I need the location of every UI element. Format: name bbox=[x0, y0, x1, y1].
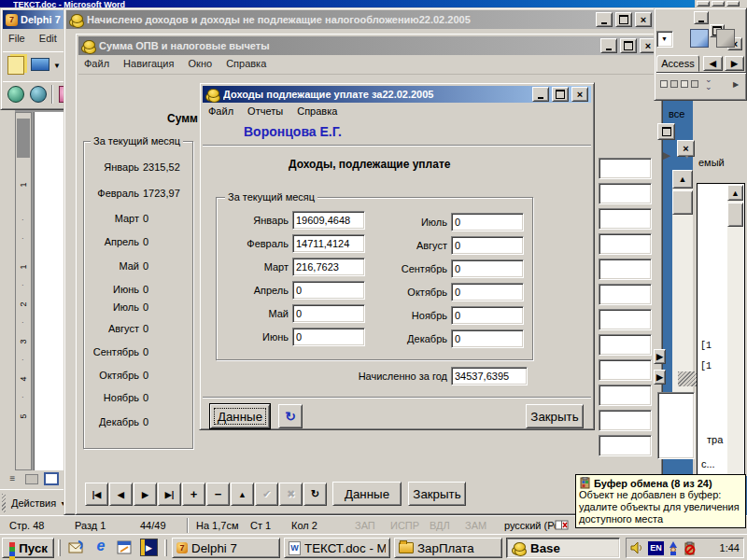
nav-insert-button[interactable]: + bbox=[182, 483, 205, 506]
outlook-icon[interactable] bbox=[116, 539, 134, 556]
maximize-button[interactable] bbox=[615, 12, 632, 27]
volume-icon[interactable] bbox=[630, 541, 644, 554]
summa-right-edit[interactable] bbox=[599, 334, 652, 356]
menu-file[interactable]: Файл bbox=[78, 56, 115, 71]
scroll-thumb[interactable] bbox=[727, 203, 743, 227]
minimize-button[interactable] bbox=[596, 12, 613, 27]
scroll-up-button[interactable]: ▲ bbox=[672, 170, 693, 189]
summa-right-edit[interactable] bbox=[599, 183, 652, 204]
small-right-icon[interactable]: ▶ bbox=[733, 80, 739, 89]
open-dropdown-icon[interactable]: ▼ bbox=[53, 62, 61, 70]
component-icon[interactable] bbox=[660, 80, 668, 88]
menu-reports[interactable]: Отчеты bbox=[242, 104, 289, 119]
play-icon[interactable]: ▶ bbox=[663, 149, 670, 161]
status-flag[interactable]: ВДЛ bbox=[430, 520, 450, 531]
browse-prev-button[interactable]: ▶ bbox=[654, 349, 666, 364]
nav-delete-button[interactable]: − bbox=[206, 483, 230, 506]
month-input[interactable] bbox=[292, 258, 365, 276]
dropdown-icon[interactable]: ▼ bbox=[684, 153, 690, 160]
chevrons-icon[interactable]: ⌄⌄ bbox=[705, 76, 712, 91]
nav-cancel-button[interactable]: ✖ bbox=[279, 483, 303, 506]
summa-right-edit[interactable] bbox=[599, 410, 652, 431]
task-zarplata[interactable]: ЗарПлата bbox=[394, 538, 502, 558]
nav-next-button[interactable]: ▶ bbox=[134, 483, 157, 506]
summa-right-edit[interactable] bbox=[599, 435, 652, 456]
language-indicator[interactable]: EN bbox=[648, 541, 664, 555]
minimize-button[interactable] bbox=[694, 11, 709, 24]
tab-scroll-right-button[interactable]: ▶ bbox=[725, 56, 744, 71]
dialog-data-button[interactable]: Данные bbox=[210, 404, 270, 428]
maximize-button[interactable] bbox=[657, 123, 675, 140]
scroll-track[interactable] bbox=[727, 201, 743, 511]
outlook-express-icon[interactable] bbox=[67, 539, 86, 556]
summa-right-edit[interactable] bbox=[599, 259, 652, 280]
fragment-vscrollbar[interactable]: ▲ ▼ bbox=[672, 170, 693, 429]
normal-view-icon[interactable]: ≡ bbox=[5, 473, 21, 485]
new-document-icon[interactable] bbox=[7, 56, 24, 75]
toolbar-grip[interactable] bbox=[2, 494, 6, 512]
month-input[interactable] bbox=[292, 304, 365, 323]
dataset-icon[interactable] bbox=[690, 29, 709, 48]
summa-right-edit[interactable] bbox=[599, 385, 652, 406]
media-player-icon[interactable]: ▶ bbox=[140, 539, 158, 556]
scroll-up-button[interactable]: ▲ bbox=[727, 185, 743, 201]
maximize-button[interactable] bbox=[552, 87, 569, 102]
summa-right-edit[interactable] bbox=[599, 359, 652, 381]
month-input[interactable] bbox=[451, 213, 524, 231]
status-flag[interactable]: ЗАМ bbox=[465, 520, 486, 531]
open-folder-icon[interactable] bbox=[31, 58, 49, 71]
month-input[interactable] bbox=[451, 306, 524, 325]
globe-back-icon[interactable] bbox=[7, 86, 24, 103]
weblayout-view-icon[interactable] bbox=[25, 474, 38, 484]
taskbar-grip[interactable] bbox=[58, 539, 61, 556]
close-button[interactable]: × bbox=[635, 12, 652, 27]
summa-right-edit[interactable] bbox=[599, 284, 652, 305]
status-flag[interactable]: ЗАП bbox=[355, 520, 375, 531]
month-input[interactable] bbox=[292, 234, 365, 253]
menu-file[interactable]: Файл bbox=[203, 104, 239, 119]
task-word[interactable]: W ТЕКСТ.doc - Micr... bbox=[284, 538, 390, 558]
combo-dropdown-icon[interactable]: ▼ bbox=[661, 35, 668, 42]
menu-navigation[interactable]: Навигация bbox=[118, 56, 179, 71]
status-flag[interactable]: ИСПР bbox=[390, 520, 419, 531]
tab-scroll-left-button[interactable]: ◀ bbox=[703, 56, 723, 71]
month-input[interactable] bbox=[451, 283, 524, 301]
tray-clock[interactable]: 1:44 bbox=[720, 542, 740, 553]
dialog-refresh-button[interactable]: ↻ bbox=[278, 404, 303, 428]
maximize-button[interactable] bbox=[712, 1, 725, 7]
minimize-button[interactable] bbox=[697, 1, 710, 7]
start-button[interactable]: Пуск bbox=[2, 538, 54, 558]
menu-window[interactable]: Окно bbox=[183, 56, 218, 71]
maximize-button[interactable] bbox=[620, 38, 637, 53]
summa-titlebar[interactable]: Сумма ОПВ и налоговые вычеты × bbox=[78, 36, 659, 55]
menu-file[interactable]: File bbox=[3, 31, 31, 46]
assistant-icon[interactable] bbox=[668, 541, 679, 555]
dialog-close-button[interactable]: Закрыть bbox=[526, 404, 584, 428]
task-base[interactable]: Base bbox=[506, 538, 620, 558]
clipboard-blocked-icon[interactable] bbox=[683, 541, 697, 555]
component-icon[interactable] bbox=[681, 80, 688, 88]
menu-help[interactable]: Справка bbox=[220, 56, 272, 71]
copy-stack-icon[interactable] bbox=[716, 29, 735, 48]
year-total-input[interactable] bbox=[451, 367, 528, 385]
spellcheck-book-icon[interactable] bbox=[555, 519, 570, 531]
summa-right-edit[interactable] bbox=[599, 309, 652, 330]
close-button[interactable]: × bbox=[571, 87, 588, 102]
component-icon[interactable] bbox=[691, 80, 698, 88]
summa-data-button[interactable]: Данные bbox=[332, 482, 402, 506]
month-input[interactable] bbox=[292, 328, 365, 346]
month-input[interactable] bbox=[451, 329, 524, 348]
nav-refresh-button[interactable]: ↻ bbox=[303, 483, 327, 506]
summa-right-edit[interactable] bbox=[599, 233, 652, 255]
minimize-button[interactable] bbox=[600, 38, 617, 53]
nav-post-button[interactable]: ✔ bbox=[255, 483, 278, 506]
task-delphi[interactable]: 7 Delphi 7 bbox=[172, 538, 280, 558]
close-button[interactable] bbox=[726, 1, 740, 7]
globe-page-icon[interactable] bbox=[30, 86, 47, 103]
nav-first-button[interactable]: |◀ bbox=[85, 483, 108, 506]
month-input[interactable] bbox=[451, 236, 524, 255]
menu-edit[interactable]: Edit bbox=[34, 31, 63, 46]
month-input[interactable] bbox=[451, 259, 524, 278]
summa-right-edit[interactable] bbox=[599, 158, 652, 179]
palette-tab-access[interactable]: Access bbox=[656, 55, 699, 72]
